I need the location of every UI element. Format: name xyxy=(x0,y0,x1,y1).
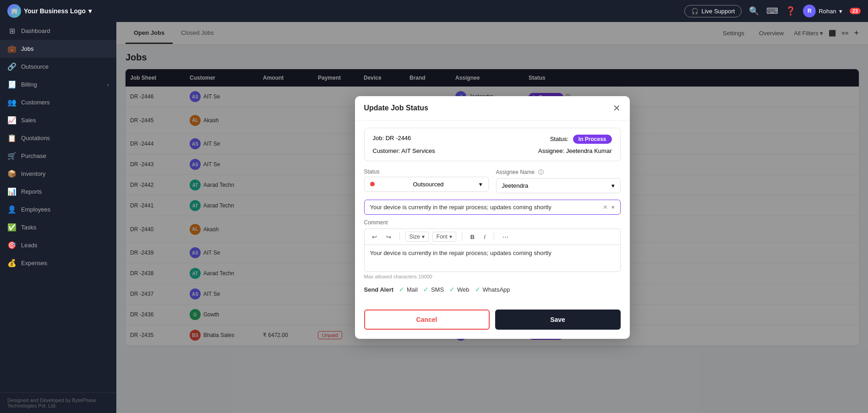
alert-whatsapp[interactable]: ✓ WhatsApp xyxy=(475,286,510,293)
sidebar-item-leads[interactable]: 🎯 Leads xyxy=(0,236,116,254)
assignee-select[interactable]: Jeetendra ▾ xyxy=(496,178,621,193)
sidebar-item-reports[interactable]: 📊 Reports xyxy=(0,183,116,201)
clear-icon[interactable]: ✕ xyxy=(603,204,608,211)
dashboard-icon: ⊞ xyxy=(7,27,16,35)
sidebar-item-outsource[interactable]: 🔗 Outsource xyxy=(0,58,116,76)
send-alert-label: Send Alert xyxy=(364,286,394,293)
status-field-group: Status Outsourced ▾ xyxy=(364,168,489,193)
message-dropdown-icon[interactable]: ▾ xyxy=(611,204,615,211)
form-row-status-assignee: Status Outsourced ▾ Assignee Name xyxy=(364,168,621,193)
status-dot-icon xyxy=(370,181,377,188)
sidebar-item-label: Employees xyxy=(21,206,50,213)
sidebar-item-label: Tasks xyxy=(21,224,36,231)
font-select[interactable]: Font ▾ xyxy=(432,232,456,242)
sidebar-item-label: Sales xyxy=(21,117,36,124)
bold-button[interactable]: B xyxy=(468,233,477,241)
assignee-dropdown-icon: ▾ xyxy=(611,182,615,189)
assignee-field-label: Assignee Name ⓘ xyxy=(496,168,621,176)
customers-icon: 👥 xyxy=(7,98,16,107)
sidebar-item-quotations[interactable]: 📋 Quotations xyxy=(0,129,116,147)
cancel-button[interactable]: Cancel xyxy=(364,310,490,330)
headset-icon: 🎧 xyxy=(691,8,699,15)
italic-button[interactable]: I xyxy=(481,233,488,241)
sidebar-item-label: Expenses xyxy=(21,260,47,266)
close-button[interactable]: ✕ xyxy=(613,103,621,113)
content-area: Open Jobs Closed Jobs Settings Overview … xyxy=(116,22,868,413)
sidebar-item-label: Quotations xyxy=(21,135,50,141)
modal-footer: Cancel Save xyxy=(355,310,630,339)
help-icon[interactable]: ❓ xyxy=(786,6,796,16)
job-number: Job: DR -2446 xyxy=(373,135,491,144)
dropdown-icon: ▾ xyxy=(479,181,482,188)
expenses-icon: 💰 xyxy=(7,259,16,267)
sidebar-item-employees[interactable]: 👤 Employees xyxy=(0,201,116,218)
main-area: ⊞ Dashboard 💼 Jobs 🔗 Outsource 🧾 Billing… xyxy=(0,22,868,413)
tasks-icon: ✅ xyxy=(7,223,16,232)
size-select[interactable]: Size ▾ xyxy=(405,232,429,242)
sms-check-icon: ✓ xyxy=(423,286,429,293)
more-options-button[interactable]: ⋯ xyxy=(500,233,511,241)
info-icon: ⓘ xyxy=(538,169,544,175)
web-label: Web xyxy=(457,286,469,293)
alert-web[interactable]: ✓ Web xyxy=(449,286,469,293)
assignee-label-text: Assignee Name xyxy=(496,169,535,175)
save-button[interactable]: Save xyxy=(495,310,621,330)
sidebar-item-billing[interactable]: 🧾 Billing › xyxy=(0,76,116,93)
app-container: 🏢 Your Business Logo ▾ 🎧 Live Support 🔍 … xyxy=(0,0,868,413)
mail-check-icon: ✓ xyxy=(399,286,404,293)
sidebar-item-inventory[interactable]: 📦 Inventory xyxy=(0,165,116,183)
sidebar-item-dashboard[interactable]: ⊞ Dashboard xyxy=(0,22,116,40)
sidebar-item-label: Jobs xyxy=(21,45,33,52)
sidebar-item-label: Reports xyxy=(21,188,42,195)
comment-text: Your device is currently in the repair p… xyxy=(370,250,551,256)
undo-button[interactable]: ↩ xyxy=(369,233,380,241)
sidebar-item-expenses[interactable]: 💰 Expenses xyxy=(0,254,116,272)
size-chevron-icon: ▾ xyxy=(422,234,425,240)
whatsapp-label: WhatsApp xyxy=(483,286,510,293)
notification-badge[interactable]: 23 xyxy=(850,8,861,14)
modal-body: Job: DR -2446 Status: In Process Custome… xyxy=(355,120,630,310)
font-label: Font xyxy=(437,234,448,240)
search-icon[interactable]: 🔍 xyxy=(749,6,759,16)
job-status-badge: In Process xyxy=(573,135,612,144)
sales-icon: 📈 xyxy=(7,116,16,125)
sidebar-item-tasks[interactable]: ✅ Tasks xyxy=(0,218,116,236)
assignee-label: Assignee: Jeetendra Kumar xyxy=(538,147,611,154)
status-select[interactable]: Outsourced ▾ xyxy=(364,177,489,192)
alert-mail[interactable]: ✓ Mail xyxy=(399,286,418,293)
sidebar-item-label: Billing xyxy=(21,81,37,88)
assignee-select-value: Jeetendra xyxy=(502,182,529,189)
purchase-icon: 🛒 xyxy=(7,152,16,160)
sidebar-item-label: Outsource xyxy=(21,63,49,70)
sidebar-item-jobs[interactable]: 💼 Jobs xyxy=(0,40,116,58)
update-job-status-modal: Update Job Status ✕ Job: DR -2446 Status… xyxy=(355,96,630,339)
comment-label: Comment xyxy=(364,219,621,226)
font-chevron-icon: ▾ xyxy=(449,234,452,240)
status-select-value: Outsourced xyxy=(413,181,443,188)
redo-button[interactable]: ↪ xyxy=(383,233,394,241)
billing-icon: 🧾 xyxy=(7,80,16,89)
sidebar: ⊞ Dashboard 💼 Jobs 🔗 Outsource 🧾 Billing… xyxy=(0,22,116,413)
comment-textarea[interactable]: Your device is currently in the repair p… xyxy=(364,245,621,272)
sidebar-item-purchase[interactable]: 🛒 Purchase xyxy=(0,147,116,165)
sidebar-item-customers[interactable]: 👥 Customers xyxy=(0,93,116,111)
sidebar-item-sales[interactable]: 📈 Sales xyxy=(0,111,116,129)
live-support-button[interactable]: 🎧 Live Support xyxy=(684,5,742,17)
message-input[interactable] xyxy=(370,204,599,211)
avatar-initial: R xyxy=(808,8,812,14)
job-number-text: Job: DR -2446 xyxy=(373,135,411,141)
job-status-area: Status: In Process xyxy=(494,135,612,144)
customer-info: Customer: AIT Services xyxy=(373,147,491,154)
assignee-field-group: Assignee Name ⓘ Jeetendra ▾ xyxy=(496,168,621,193)
reports-icon: 📊 xyxy=(7,187,16,196)
user-menu[interactable]: R Rohan ▾ xyxy=(803,5,842,17)
keyboard-icon[interactable]: ⌨ xyxy=(766,6,778,16)
leads-icon: 🎯 xyxy=(7,241,16,250)
status-label: Status: xyxy=(550,136,568,142)
alert-sms[interactable]: ✓ SMS xyxy=(423,286,444,293)
logo-area[interactable]: 🏢 Your Business Logo ▾ xyxy=(7,4,92,18)
customer-label: Customer: AIT Services xyxy=(373,147,435,154)
billing-chevron-icon: › xyxy=(107,82,109,87)
live-support-label: Live Support xyxy=(701,8,735,15)
status-field-label: Status xyxy=(364,168,489,175)
